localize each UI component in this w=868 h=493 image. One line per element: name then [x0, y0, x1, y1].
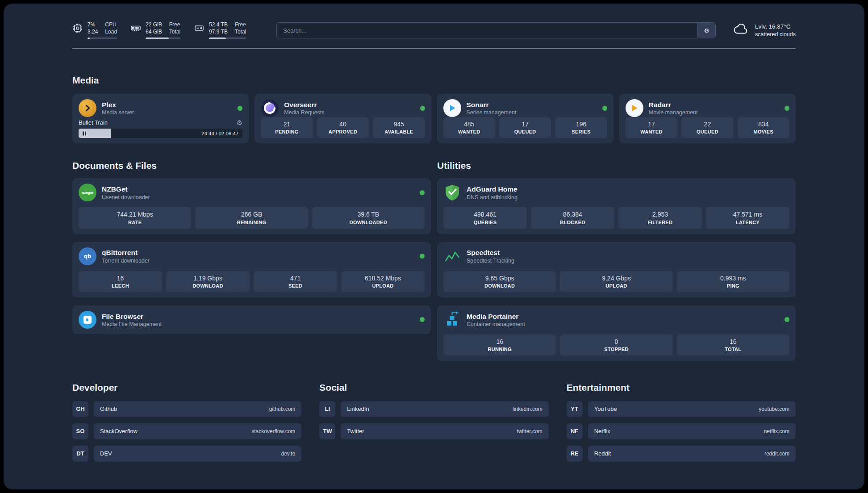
bookmark-abbr[interactable]: TW	[319, 423, 335, 439]
bookmark-link[interactable]: Github github.com	[94, 401, 301, 417]
stat-value: 16	[679, 338, 788, 346]
status-dot	[420, 190, 425, 195]
app-desc: Media File Management	[102, 321, 162, 327]
bookmark-link[interactable]: Twitter twitter.com	[341, 423, 548, 439]
filebrowser-icon	[79, 311, 96, 329]
bookmark-name: LinkedIn	[347, 405, 513, 412]
stat-label: RATE	[80, 220, 189, 225]
bookmark-url: github.com	[269, 406, 296, 412]
bookmark-abbr[interactable]: NF	[567, 423, 583, 439]
overseerr-icon	[261, 99, 279, 117]
app-desc: Media Requests	[284, 109, 324, 116]
playback-time: 24:44 / 02:06:47	[201, 131, 238, 136]
stat-value: 618.52 Mbps	[343, 274, 423, 282]
adguard-shield-icon	[443, 184, 461, 201]
stat-tile: 266 GB REMAINING	[195, 207, 308, 228]
app-card-portainer[interactable]: Media Portainer Container management 16 …	[437, 305, 796, 361]
bookmark-youtube: YT YouTube youtube.com	[567, 401, 796, 417]
stat-label: WANTED	[627, 129, 676, 134]
bookmark-abbr[interactable]: SO	[72, 423, 88, 439]
stat-tile: 16 LEECH	[79, 271, 162, 292]
app-card-overseerr[interactable]: Overseerr Media Requests 21 PENDING 40 A…	[255, 94, 431, 143]
stat-tile: 1.19 Gbps DOWNLOAD	[166, 271, 250, 292]
bookmark-link[interactable]: DEV dev.to	[94, 446, 301, 462]
stat-value: 39.6 TB	[314, 210, 423, 218]
app-card-radarr[interactable]: Radarr Movie management 17 WANTED 22 QUE…	[619, 94, 796, 143]
bookmark-link[interactable]: Netflix netflix.com	[588, 423, 796, 439]
bookmark-link[interactable]: Reddit reddit.com	[588, 446, 796, 462]
section-title-social: Social	[319, 382, 548, 393]
app-desc: DNS and adblocking	[467, 194, 517, 201]
stats-row: 485 WANTED 17 QUEUED 196 SERIES	[443, 117, 607, 138]
bookmark-name: Netflix	[594, 428, 764, 435]
playback-progress-bar[interactable]: 24:44 / 02:06:47	[79, 129, 242, 138]
stat-value: 17	[501, 120, 549, 128]
now-playing-title: Bullet Train	[79, 119, 108, 126]
cpu-percent: 7%	[88, 21, 98, 29]
bookmark-abbr[interactable]: YT	[567, 401, 583, 417]
bookmark-name: Reddit	[594, 450, 764, 457]
search-input[interactable]	[276, 22, 716, 38]
bookmark-url: stackoverflow.com	[251, 428, 295, 435]
app-card-nzbget[interactable]: nzbget NZBGet Usenet downloader 744.21 M…	[72, 178, 431, 234]
bookmark-abbr[interactable]: DT	[72, 446, 88, 462]
bookmark-url: youtube.com	[759, 406, 789, 412]
stats-row: 21 PENDING 40 APPROVED 945 AVAILABLE	[261, 117, 425, 138]
app-card-plex[interactable]: Plex Media server Bullet Train ⚙ 24:44 /…	[72, 94, 249, 143]
stats-row: 16 RUNNING 0 STOPPED 16 TOTAL	[443, 334, 789, 355]
gear-icon[interactable]: ⚙	[237, 119, 242, 126]
app-card-adguard[interactable]: AdGuard Home DNS and adblocking 498,461 …	[437, 178, 796, 234]
pause-icon[interactable]	[83, 131, 86, 135]
stat-value: 40	[319, 120, 367, 128]
section-title-documents: Documents & Files	[72, 160, 431, 171]
stat-label: FILTERED	[620, 220, 700, 225]
stat-label: DOWNLOAD	[445, 283, 554, 288]
stat-value: 834	[739, 120, 788, 128]
ram-progress-bar	[146, 38, 180, 39]
cloud-icon	[733, 23, 750, 38]
disk-widget: 52.4 TB 97.9 TB Free Total	[194, 21, 246, 39]
stat-tile: 471 SEED	[254, 271, 337, 292]
stat-label: WANTED	[445, 129, 493, 134]
ram-icon	[130, 23, 141, 33]
app-desc: Movie management	[649, 109, 698, 116]
app-card-speedtest[interactable]: Speedtest Speedtest Tracking 9.65 Gbps D…	[437, 242, 796, 297]
stat-label: STOPPED	[562, 347, 671, 352]
stat-tile: 834 MOVIES	[738, 117, 789, 138]
app-card-sonarr[interactable]: Sonarr Series management 485 WANTED 17 Q…	[437, 94, 613, 143]
bookmark-link[interactable]: StackOverflow stackoverflow.com	[94, 423, 301, 439]
bookmark-link[interactable]: LinkedIn linkedin.com	[341, 401, 548, 417]
bookmark-link[interactable]: YouTube youtube.com	[588, 401, 796, 417]
stat-tile: 744.21 Mbps RATE	[79, 207, 191, 228]
bookmarks: Developer GH Github github.com SO StackO…	[72, 382, 796, 468]
app-card-qbittorrent[interactable]: qb qBittorrent Torrent downloader 16 LEE…	[72, 242, 431, 297]
app-name: Media Portainer	[467, 312, 525, 321]
ram-free-label: Free	[169, 21, 180, 29]
bookmark-abbr[interactable]: LI	[319, 401, 335, 417]
bookmark-name: DEV	[100, 450, 281, 457]
stat-tile: 0.993 ms PING	[677, 271, 789, 292]
ram-widget: 22 GiB 64 GiB Free Total	[130, 21, 180, 39]
status-dot	[785, 317, 789, 322]
ram-total-value: 64 GiB	[146, 29, 162, 36]
bookmark-dev: DT DEV dev.to	[72, 446, 301, 462]
stat-label: UPLOAD	[562, 283, 671, 288]
stat-value: 9.24 Gbps	[562, 274, 671, 282]
stats-row: 16 LEECH 1.19 Gbps DOWNLOAD 471 SEED	[79, 271, 425, 292]
bookmark-abbr[interactable]: RE	[567, 446, 583, 462]
stat-value: 485	[445, 120, 493, 128]
stat-tile: 40 APPROVED	[317, 117, 369, 138]
bookmark-netflix: NF Netflix netflix.com	[567, 423, 796, 439]
bookmark-group-social: Social LI LinkedIn linkedin.com TW Twitt…	[319, 382, 548, 468]
stats-row: 744.21 Mbps RATE 266 GB REMAINING 39.6 T…	[79, 207, 425, 228]
stat-label: BLOCKED	[533, 220, 613, 225]
search-engine-button[interactable]: G	[697, 23, 715, 38]
app-name: Speedtest	[467, 248, 514, 257]
app-card-filebrowser[interactable]: File Browser Media File Management	[72, 305, 431, 334]
stat-value: 2,953	[620, 210, 700, 218]
status-dot	[420, 317, 425, 322]
app-desc: Media server	[102, 109, 134, 116]
stat-value: 47.571 ms	[708, 210, 788, 218]
bookmark-abbr[interactable]: GH	[72, 401, 88, 417]
disk-icon	[194, 23, 204, 33]
